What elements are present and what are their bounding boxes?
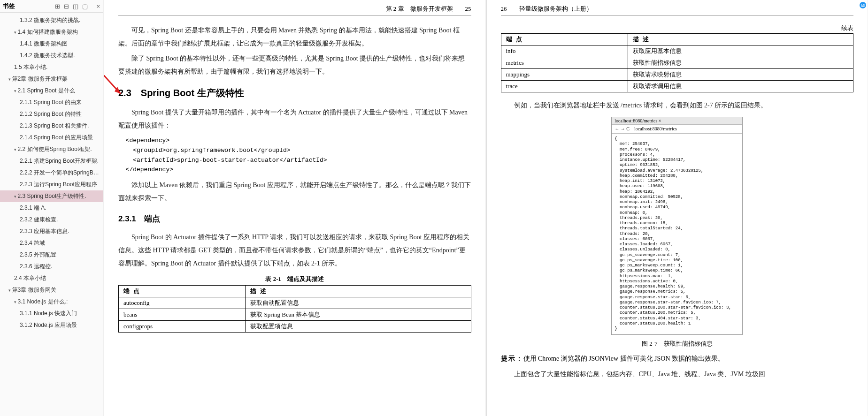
code-block: <dependency> <groupId>org.springframewor… xyxy=(118,136,471,175)
table-row: mappings获取请求映射信息 xyxy=(501,69,853,81)
bookmark-item[interactable]: 3.1.1 Node.js 快速入门 xyxy=(0,308,103,319)
sidebar-title: 书签 xyxy=(3,2,15,10)
page-26: 26 轻量级微服务架构（上册） 续表 端点描述 info获取应用基本信息metr… xyxy=(486,0,868,416)
paragraph: 上面包含了大量性能指标信息，包括内存、CPU、Java 堆、线程、Java 类、… xyxy=(501,368,854,381)
paragraph: 除了 Spring Boot 的基本特性以外，还有一些更高级的特性，尤其是 Sp… xyxy=(118,52,471,78)
bookmark-item[interactable]: 2.3.1 端 A. xyxy=(0,202,103,214)
table-row: info获取应用基本信息 xyxy=(501,45,853,57)
figure-2-7: localhost:8080/metrics × ← → C localhost… xyxy=(611,117,743,335)
bookmark-item[interactable]: 2.1 Spring Boot 是什么 xyxy=(0,85,103,97)
bookmark-icon[interactable]: ▢ xyxy=(82,3,88,10)
paragraph: 添加以上 Maven 依赖后，我们重启 Spring Boot 应用程序，就能开… xyxy=(118,179,471,205)
metrics-json-output: { mem: 254037, mem.free: 84679, processo… xyxy=(612,134,742,334)
browser-url-bar: ← → C localhost:8080/metrics xyxy=(612,125,742,134)
collapse-icon[interactable]: ⊟ xyxy=(64,3,69,10)
bookmark-item[interactable]: 2.1.2 Spring Boot 的特性 xyxy=(0,108,103,120)
table-row: configprops获取配置项信息 xyxy=(119,321,471,333)
paragraph: Spring Boot 的 Actuator 插件提供了一系列 HTTP 请求，… xyxy=(118,231,471,270)
tip-label: 提示： xyxy=(501,355,523,362)
bookmark-item[interactable]: 3.1.2 Node.js 应用场景 xyxy=(0,319,103,331)
bookmark-item[interactable]: 2.2.3 运行Spring Boot应用程序 xyxy=(0,179,103,190)
bookmark-item[interactable]: 1.3.2 微服务架构的挑战. xyxy=(0,15,103,26)
bookmark-item[interactable]: 2.1.3 Spring Boot 相关插件. xyxy=(0,120,103,132)
paragraph: 例如，当我们在浏览器地址栏中发送 /metrics 请求时，会看到如图 2-7 … xyxy=(501,99,854,112)
bookmarks-sidebar: 书签 ⊞ ⊟ ◫ ▢ × 1.3.2 微服务架构的挑战.1.4 如何搭建微服务架… xyxy=(0,0,103,416)
browser-tab: localhost:8080/metrics × xyxy=(612,117,742,125)
page-header: 26 轻量级微服务架构（上册） xyxy=(501,5,854,15)
bookmark-item[interactable]: 2.2.2 开发一个简单的SpringBo… xyxy=(0,167,103,179)
sidebar-header: 书签 ⊞ ⊟ ◫ ▢ × xyxy=(0,0,103,13)
bookmark-tree[interactable]: 1.3.2 微服务架构的挑战.1.4 如何搭建微服务架构1.4.1 微服务架构图… xyxy=(0,13,103,416)
table-row: autoconfig获取自动配置信息 xyxy=(119,297,471,309)
document-viewer[interactable]: 第 2 章 微服务开发框架 25 可见，Spring Boot 还是非常容易上手… xyxy=(103,0,868,416)
tip-text: 使用 Chrome 浏览器的 JSONView 插件可美化 JSON 数据的输出… xyxy=(523,355,725,362)
table-header: 描述 xyxy=(246,286,471,297)
paragraph: Spring Boot 提供了大量开箱即用的插件，其中有一个名为 Actuato… xyxy=(118,106,471,132)
page-header: 第 2 章 微服务开发框架 25 xyxy=(118,5,471,15)
assist-icon[interactable]: 🖥 xyxy=(859,1,867,9)
paragraph: 可见，Spring Boot 还是非常容易上手的，只要会用 Maven 并熟悉 … xyxy=(118,24,471,50)
endpoints-table-cont: 端点描述 info获取应用基本信息metrics获取性能指标信息mappings… xyxy=(501,33,854,92)
bookmark-item[interactable]: 2.3 Spring Boot生产级特性. xyxy=(0,190,103,202)
table-row: trace获取请求调用信息 xyxy=(501,81,853,92)
bookmark-item[interactable]: 1.4.1 微服务架构图 xyxy=(0,38,103,50)
bookmark-item[interactable]: 第2章 微服务开发框架 xyxy=(0,73,103,85)
bookmark-add-icon[interactable]: ◫ xyxy=(73,3,78,10)
table-row: beans获取 Spring Bean 基本信息 xyxy=(119,309,471,321)
table-caption: 表 2-1 端点及其描述 xyxy=(118,275,471,283)
bookmark-item[interactable]: 3.1 Node.js 是什么.: xyxy=(0,296,103,308)
table-header: 端点 xyxy=(501,34,628,45)
section-heading-2-3: 2.3 Spring Boot 生产级特性 xyxy=(118,87,471,99)
bookmark-item[interactable]: 2.2.1 搭建Spring Boot开发框架. xyxy=(0,155,103,167)
expand-current-icon[interactable]: ⊞ xyxy=(55,3,60,10)
bookmark-item[interactable]: 2.1.1 Spring Boot 的由来 xyxy=(0,97,103,108)
bookmark-item[interactable]: 2.3.3 应用基本信息. xyxy=(0,226,103,237)
continued-label: 续表 xyxy=(501,24,854,32)
close-icon[interactable]: × xyxy=(96,3,100,10)
table-header: 描述 xyxy=(628,34,853,45)
bookmark-item[interactable]: 2.1.4 Spring Boot 的应用场景 xyxy=(0,132,103,144)
section-heading-2-3-1: 2.3.1 端点 xyxy=(118,213,471,224)
bookmark-item[interactable]: 2.4 本章小结 xyxy=(0,272,103,284)
bookmark-item[interactable]: 2.3.6 远程控. xyxy=(0,261,103,272)
bookmark-item[interactable]: 1.4.2 微服务技术选型. xyxy=(0,50,103,61)
table-row: metrics获取性能指标信息 xyxy=(501,57,853,69)
bookmark-item[interactable]: 2.3.2 健康检查. xyxy=(0,214,103,226)
bookmark-item[interactable]: 1.4 如何搭建微服务架构 xyxy=(0,26,103,38)
bookmark-item[interactable]: 第3章 微服务网关 xyxy=(0,284,103,296)
bookmark-item[interactable]: 1.5 本章小结. xyxy=(0,61,103,73)
page-25: 第 2 章 微服务开发框架 25 可见，Spring Boot 还是非常容易上手… xyxy=(104,0,485,416)
bookmark-item[interactable]: 2.3.4 跨域 xyxy=(0,237,103,249)
tip-paragraph: 提示：使用 Chrome 浏览器的 JSONView 插件可美化 JSON 数据… xyxy=(501,355,854,363)
endpoints-table: 端点描述 autoconfig获取自动配置信息beans获取 Spring Be… xyxy=(118,285,471,333)
bookmark-item[interactable]: 2.2 如何使用Spring Boot框架. xyxy=(0,144,103,155)
bookmark-item[interactable]: 2.3.5 外部配置 xyxy=(0,249,103,261)
figure-caption: 图 2-7 获取性能指标信息 xyxy=(501,340,854,348)
table-header: 端点 xyxy=(119,286,246,297)
